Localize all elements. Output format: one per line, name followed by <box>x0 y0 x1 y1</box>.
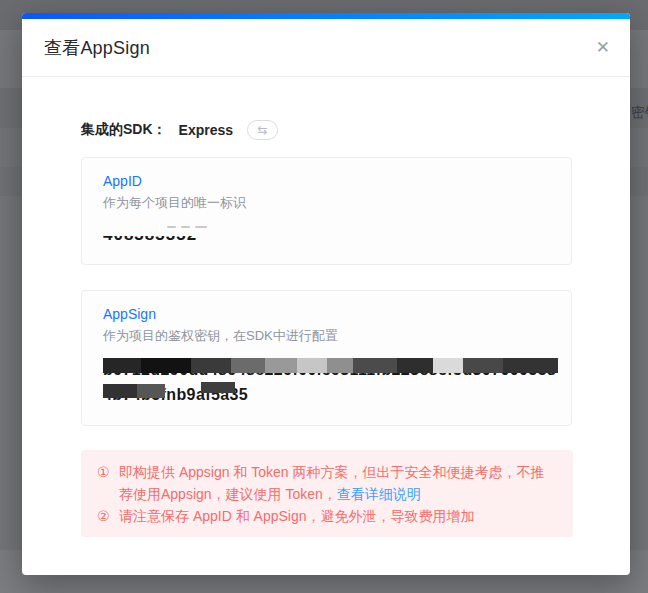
notice-marker: ② <box>97 505 119 527</box>
swap-icon: ⇆ <box>258 124 268 136</box>
redaction-block <box>297 358 327 373</box>
background-partial-text: 密钥 <box>631 104 648 122</box>
dialog-title: 查看AppSign <box>44 36 150 60</box>
notice-marker: ① <box>97 461 119 505</box>
appsign-card: AppSign 作为项目的鉴权密钥，在SDK中进行配置 b9712d290dd4… <box>81 290 572 426</box>
redaction-block <box>433 358 463 373</box>
redaction-block <box>141 358 191 373</box>
redaction-block <box>137 384 165 398</box>
redaction-overlay <box>101 224 223 236</box>
appid-card: AppID 作为每个项目的唯一标识 408383332 <box>81 157 572 265</box>
redaction-block <box>103 384 137 398</box>
notice-item: ① 即构提供 Appsign 和 Token 两种方案，但出于安全和便捷考虑，不… <box>97 461 557 505</box>
redaction-block <box>503 358 558 373</box>
redaction-block <box>397 358 433 373</box>
appsign-card-description: 作为项目的鉴权密钥，在SDK中进行配置 <box>103 327 550 345</box>
view-details-link[interactable]: 查看详细说明 <box>337 486 421 502</box>
redaction-block <box>353 358 397 373</box>
notice-text: 请注意保存 AppID 和 AppSign，避免外泄，导致费用增加 <box>119 505 557 527</box>
redaction-block <box>103 358 141 373</box>
sdk-row: 集成的SDK： Express ⇆ <box>81 120 572 140</box>
screen: 密钥 查看AppSign ✕ 集成的SDK： Express ⇆ AppID 作… <box>0 0 648 593</box>
redaction-block <box>191 358 231 373</box>
sdk-label: 集成的SDK： <box>81 121 167 139</box>
view-appsign-dialog: 查看AppSign ✕ 集成的SDK： Express ⇆ AppID 作为每个… <box>22 13 630 575</box>
redaction-mark <box>167 226 176 228</box>
sdk-value: Express <box>179 122 233 138</box>
notice-text: 即构提供 Appsign 和 Token 两种方案，但出于安全和便捷考虑，不推荐… <box>119 461 557 505</box>
appsign-value-line2: 4b74b5fnb9af5a35 <box>103 382 575 407</box>
appid-card-description: 作为每个项目的唯一标识 <box>103 194 550 212</box>
redaction-mark <box>195 226 207 228</box>
close-icon: ✕ <box>596 37 610 56</box>
appsign-card-title: AppSign <box>103 306 550 322</box>
appid-value: 408383332 <box>103 224 303 246</box>
redaction-block <box>463 358 503 373</box>
dialog-body: 集成的SDK： Express ⇆ AppID 作为每个项目的唯一标识 4083… <box>22 77 630 537</box>
appsign-value-line1: b9712d290dd48948e229f00lc93111fb223c8cf5… <box>103 357 575 382</box>
security-notice: ① 即构提供 Appsign 和 Token 两种方案，但出于安全和便捷考虑，不… <box>81 450 573 537</box>
notice-item: ② 请注意保存 AppID 和 AppSign，避免外泄，导致费用增加 <box>97 505 557 527</box>
redaction-block <box>265 358 297 373</box>
switch-sdk-button[interactable]: ⇆ <box>247 120 278 140</box>
redaction-block <box>231 358 265 373</box>
redaction-block <box>327 358 353 373</box>
dialog-header: 查看AppSign ✕ <box>22 19 630 76</box>
appid-card-title: AppID <box>103 173 550 189</box>
redaction-blocks <box>103 358 558 373</box>
close-button[interactable]: ✕ <box>596 38 610 55</box>
redaction-block <box>201 382 235 393</box>
redaction-mark <box>181 226 190 228</box>
